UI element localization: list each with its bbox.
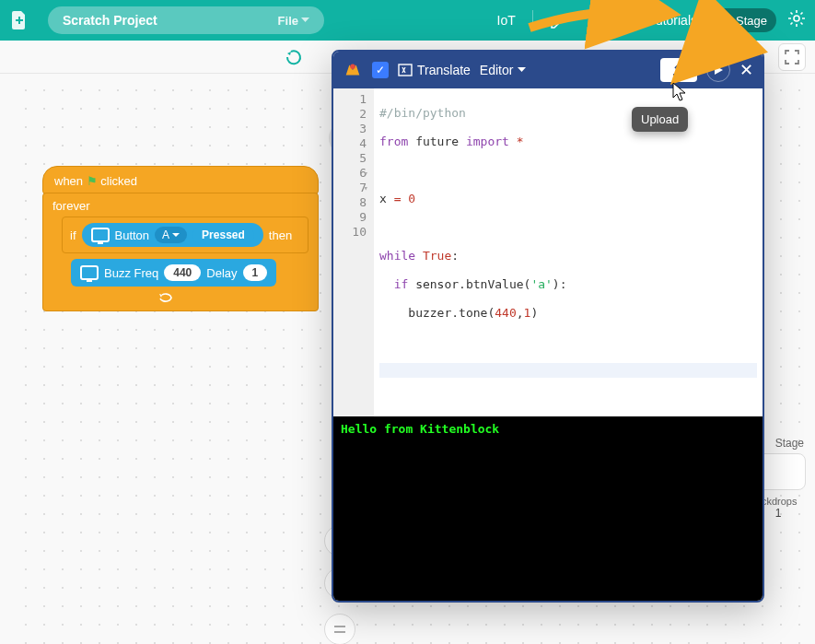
- svg-point-5: [794, 16, 799, 21]
- fullscreen-icon[interactable]: [778, 43, 806, 71]
- upload-tooltip: Upload: [632, 107, 688, 132]
- undo-icon[interactable]: [283, 45, 307, 69]
- auto-translate-checkbox[interactable]: ✓: [372, 62, 389, 78]
- editor-menu-button[interactable]: Editor: [480, 63, 527, 77]
- close-button[interactable]: ✕: [739, 60, 753, 80]
- chevron-down-icon: [172, 233, 180, 238]
- code-area[interactable]: 1 2 3 4 5 6 7 8 9 10 #/bin/python from f…: [333, 88, 763, 416]
- svg-rect-2: [589, 16, 606, 27]
- edit-icon[interactable]: [539, 0, 577, 41]
- iot-button[interactable]: IoT: [486, 0, 527, 41]
- camera-icon[interactable]: [577, 0, 618, 41]
- monitor-icon: [80, 265, 99, 280]
- separator: [532, 10, 533, 30]
- svg-point-11: [350, 64, 355, 70]
- settings-icon[interactable]: [787, 9, 806, 31]
- toggle-knob: [710, 11, 728, 29]
- tutorials-button[interactable]: Tutorials: [618, 0, 708, 41]
- svg-rect-12: [399, 64, 412, 76]
- project-name: Scratch Project: [63, 13, 278, 28]
- project-title-pill: Scratch Project File: [48, 6, 324, 34]
- freq-input[interactable]: 440: [164, 264, 201, 281]
- translate-icon: [398, 64, 413, 76]
- file-menu-button[interactable]: File: [278, 14, 309, 28]
- terminal-line: Hello from Kittenblock: [341, 422, 755, 436]
- chevron-down-icon: [518, 67, 526, 73]
- upload-icon: [671, 64, 686, 76]
- button-pressed-reporter[interactable]: Button A Pressed: [82, 223, 263, 247]
- loop-arrow-icon: [158, 292, 175, 305]
- when-flag-clicked-block[interactable]: when ⚑ clicked forever if Button A Press: [42, 166, 319, 311]
- translate-button[interactable]: Translate: [398, 63, 471, 77]
- button-dropdown[interactable]: A: [155, 227, 187, 243]
- if-block[interactable]: if Button A Pressed then: [62, 217, 309, 253]
- svg-rect-1: [18, 17, 20, 24]
- monitor-icon: [91, 228, 110, 242]
- run-button[interactable]: [706, 58, 730, 82]
- lightbulb-icon: [629, 13, 644, 28]
- svg-point-3: [595, 18, 600, 24]
- kitten-logo-icon: [343, 60, 363, 80]
- terminal-output[interactable]: Hello from Kittenblock: [333, 416, 763, 601]
- stage-toggle[interactable]: Stage: [708, 8, 776, 32]
- delay-input[interactable]: 1: [243, 264, 268, 281]
- upload-button[interactable]: [660, 58, 697, 82]
- code-editor-panel: ✓ Translate Editor ✕ 1 2 3 4 5 6 7 8 9: [332, 50, 764, 603]
- line-gutter: 1 2 3 4 5 6 7 8 9 10: [333, 88, 374, 416]
- code-text[interactable]: #/bin/python from future import * x = 0 …: [374, 88, 763, 416]
- new-doc-icon[interactable]: [9, 10, 29, 30]
- flag-icon: ⚑: [87, 174, 98, 188]
- equals-icon[interactable]: [324, 614, 355, 644]
- buzz-block[interactable]: Buzz Freq 440 Delay 1: [71, 259, 276, 287]
- chevron-down-icon: [301, 18, 309, 23]
- forever-block[interactable]: forever if Button A Pressed then: [42, 193, 319, 311]
- editor-header: ✓ Translate Editor ✕: [333, 52, 763, 88]
- svg-point-4: [633, 15, 640, 22]
- play-icon: [713, 64, 724, 76]
